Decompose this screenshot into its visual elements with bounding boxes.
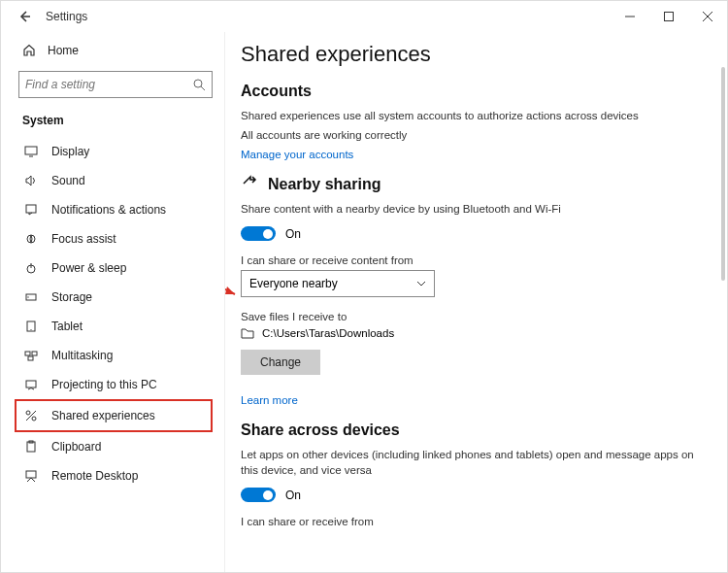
- save-path: C:\Users\Taras\Downloads: [262, 327, 394, 339]
- shared-icon: [24, 409, 38, 422]
- home-nav[interactable]: Home: [18, 36, 213, 65]
- svg-rect-6: [25, 147, 37, 154]
- minimize-button[interactable]: [611, 1, 649, 32]
- across-from-label: I can share or receive from: [241, 516, 698, 527]
- svg-rect-19: [26, 381, 36, 388]
- svg-rect-8: [26, 205, 36, 213]
- power-icon: [24, 261, 38, 275]
- notifications-icon: [24, 203, 38, 217]
- focus-icon: [24, 232, 38, 246]
- home-label: Home: [48, 44, 79, 57]
- svg-line-5: [201, 86, 205, 90]
- sidebar-item-label: Tablet: [51, 320, 83, 333]
- sidebar-item-focus[interactable]: Focus assist: [18, 224, 213, 253]
- nearby-icon: [241, 172, 258, 189]
- learn-more-link[interactable]: Learn more: [241, 394, 698, 406]
- across-header: Share across devices: [241, 421, 698, 439]
- back-button[interactable]: [11, 3, 38, 30]
- sidebar-item-label: Multitasking: [51, 349, 113, 362]
- sidebar-item-display[interactable]: Display: [18, 137, 213, 166]
- tablet-icon: [24, 320, 38, 333]
- folder-icon: [241, 326, 254, 340]
- svg-point-15: [30, 329, 31, 330]
- accounts-desc: Shared experiences use all system accoun…: [241, 108, 698, 123]
- sidebar-item-label: Notifications & actions: [51, 203, 166, 217]
- nearby-desc: Share content with a nearby device by us…: [241, 201, 698, 217]
- search-field[interactable]: [25, 78, 192, 91]
- nearby-toggle-label: On: [285, 227, 301, 241]
- share-from-select[interactable]: Everyone nearby: [241, 270, 435, 297]
- clipboard-icon: [24, 440, 38, 454]
- sidebar-item-remote[interactable]: Remote Desktop: [18, 461, 213, 490]
- remote-icon: [24, 469, 38, 483]
- sidebar-item-label: Remote Desktop: [51, 469, 138, 483]
- svg-point-20: [26, 411, 30, 415]
- sidebar-item-label: Power & sleep: [51, 261, 126, 275]
- svg-rect-17: [32, 352, 37, 355]
- display-icon: [24, 145, 38, 158]
- sidebar-item-sound[interactable]: Sound: [18, 166, 213, 195]
- sidebar-item-shared-experiences[interactable]: Shared experiences: [15, 399, 213, 432]
- search-input[interactable]: [18, 71, 213, 98]
- accounts-status: All accounts are working correctly: [241, 127, 698, 143]
- projecting-icon: [24, 378, 38, 391]
- share-from-label: I can share or receive content from: [241, 254, 698, 266]
- home-icon: [22, 44, 36, 57]
- titlebar: Settings: [1, 1, 727, 32]
- window-title: Settings: [38, 10, 611, 23]
- main-panel: Shared experiences Accounts Shared exper…: [224, 32, 727, 572]
- nearby-toggle[interactable]: [241, 226, 276, 241]
- sidebar-item-storage[interactable]: Storage: [18, 283, 213, 312]
- sidebar-item-projecting[interactable]: Projecting to this PC: [18, 370, 213, 399]
- across-desc: Let apps on other devices (including lin…: [241, 447, 698, 478]
- svg-point-21: [32, 417, 36, 421]
- accounts-header: Accounts: [241, 83, 698, 100]
- share-from-value: Everyone nearby: [249, 277, 338, 290]
- sidebar-item-notifications[interactable]: Notifications & actions: [18, 195, 213, 224]
- storage-icon: [24, 290, 38, 304]
- sidebar-item-power[interactable]: Power & sleep: [18, 253, 213, 283]
- sidebar-item-label: Clipboard: [51, 440, 101, 454]
- svg-line-22: [26, 411, 36, 421]
- close-button[interactable]: [688, 1, 727, 32]
- svg-rect-18: [28, 356, 33, 360]
- chevron-down-icon: [416, 279, 426, 288]
- across-toggle[interactable]: [241, 488, 276, 502]
- sidebar-item-tablet[interactable]: Tablet: [18, 312, 213, 341]
- sidebar-item-label: Projecting to this PC: [51, 378, 157, 391]
- sound-icon: [24, 174, 38, 187]
- svg-point-13: [27, 296, 28, 297]
- change-button[interactable]: Change: [241, 350, 320, 375]
- sidebar-item-label: Shared experiences: [51, 409, 155, 422]
- page-title: Shared experiences: [241, 42, 698, 67]
- save-label: Save files I receive to: [241, 311, 698, 322]
- svg-rect-25: [26, 471, 36, 478]
- sidebar-item-label: Focus assist: [51, 232, 116, 246]
- sidebar: Home System Display Sound Notifications …: [1, 32, 224, 572]
- section-header: System: [22, 114, 213, 127]
- manage-accounts-link[interactable]: Manage your accounts: [241, 149, 698, 160]
- across-toggle-label: On: [285, 489, 301, 502]
- multitasking-icon: [24, 349, 38, 362]
- sidebar-item-label: Sound: [51, 174, 85, 187]
- svg-rect-16: [25, 352, 30, 355]
- sidebar-item-label: Display: [51, 145, 89, 158]
- svg-marker-27: [225, 286, 235, 294]
- sidebar-item-multitasking[interactable]: Multitasking: [18, 341, 213, 370]
- scrollbar[interactable]: [721, 67, 725, 281]
- annotation-arrow: [224, 277, 241, 300]
- svg-line-26: [224, 279, 235, 294]
- sidebar-item-clipboard[interactable]: Clipboard: [18, 432, 213, 461]
- svg-point-4: [194, 80, 202, 87]
- svg-rect-1: [665, 13, 674, 21]
- search-icon: [192, 78, 206, 91]
- sidebar-item-label: Storage: [51, 290, 92, 304]
- nearby-header: Nearby sharing: [268, 176, 381, 193]
- maximize-button[interactable]: [649, 1, 688, 32]
